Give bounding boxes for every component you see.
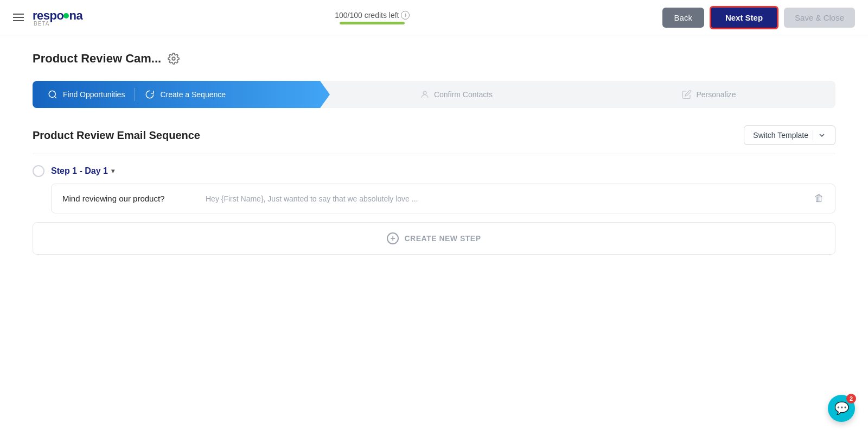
credits-bar-fill [340, 22, 405, 24]
switch-template-button[interactable]: Switch Template [744, 125, 835, 145]
gear-icon[interactable] [168, 53, 180, 65]
header-center: 100/100 credits left i [82, 11, 662, 24]
step-personalize-label: Personalize [696, 90, 736, 99]
create-step-label: CREATE NEW STEP [404, 234, 481, 243]
header-right: Back Next Step Save & Close [662, 6, 855, 29]
search-icon [48, 90, 58, 99]
logo-letter-o: o [56, 9, 63, 22]
sequence-header: Product Review Email Sequence Switch Tem… [33, 125, 835, 154]
step1-circle [33, 165, 44, 177]
step1-label-text: Step 1 - Day 1 [51, 166, 108, 176]
chevron-down-icon [818, 131, 826, 140]
header-left: respona BETA [13, 9, 82, 27]
svg-point-3 [423, 91, 426, 94]
plus-circle-icon: + [387, 232, 399, 244]
step-find-label: Find Opportunities [63, 90, 125, 99]
step1-chevron: ▾ [111, 167, 114, 175]
step-sequence-label: Create a Sequence [160, 90, 226, 99]
email-preview: Hey {First Name}, Just wanted to say tha… [206, 194, 806, 203]
stepper: Find Opportunities Create a Sequence Con… [33, 81, 835, 108]
switch-template-label: Switch Template [753, 131, 808, 140]
campaign-title: Product Review Cam... [33, 52, 161, 66]
credits-label: 100/100 credits left [335, 11, 399, 20]
step1-label[interactable]: Step 1 - Day 1 ▾ [51, 166, 114, 176]
stepper-step-personalize[interactable]: Personalize [583, 81, 835, 108]
next-step-button[interactable]: Next Step [710, 6, 778, 29]
sequence-title: Product Review Email Sequence [33, 129, 200, 142]
email-card[interactable]: Mind reviewing our product? Hey {First N… [51, 184, 835, 213]
header: respona BETA 100/100 credits left i Back… [0, 0, 868, 35]
step1-row: Step 1 - Day 1 ▾ [33, 165, 835, 177]
sequence-icon [145, 90, 155, 99]
info-icon[interactable]: i [401, 11, 410, 20]
main-content: Product Review Cam... Find Opportunities… [0, 35, 868, 271]
edit-icon [682, 90, 692, 99]
hamburger-menu[interactable] [13, 14, 24, 21]
stepper-step-find-opportunities[interactable]: Find Opportunities Create a Sequence [33, 81, 330, 108]
credits-bar [340, 22, 405, 24]
contacts-icon [420, 90, 430, 99]
save-close-button[interactable]: Save & Close [784, 8, 855, 28]
svg-point-0 [172, 57, 175, 60]
credits-text: 100/100 credits left i [335, 11, 410, 20]
divider [813, 130, 813, 140]
step-contacts-label: Confirm Contacts [434, 90, 493, 99]
campaign-title-row: Product Review Cam... [33, 52, 835, 66]
svg-line-2 [54, 96, 56, 98]
svg-point-1 [49, 91, 55, 97]
delete-email-button[interactable]: 🗑 [814, 193, 824, 204]
step-divider [135, 88, 135, 101]
logo-dot [63, 13, 69, 18]
stepper-step-confirm-contacts[interactable]: Confirm Contacts [330, 81, 583, 108]
back-button[interactable]: Back [662, 8, 704, 28]
logo-beta: BETA [34, 21, 49, 27]
create-new-step-button[interactable]: + CREATE NEW STEP [33, 222, 835, 255]
logo: respona BETA [33, 9, 82, 27]
email-subject: Mind reviewing our product? [62, 194, 193, 203]
